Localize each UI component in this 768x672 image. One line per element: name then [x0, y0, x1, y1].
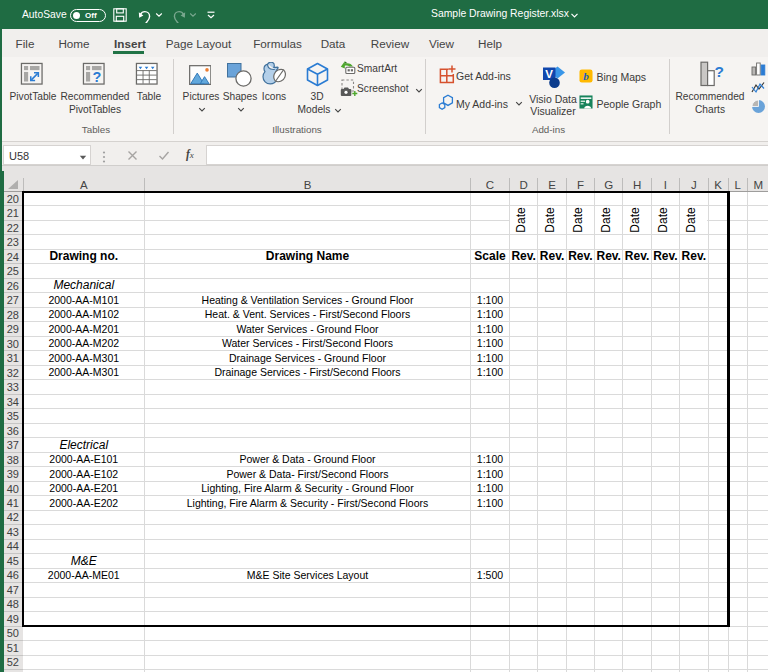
svg-text:b: b: [583, 69, 589, 81]
svg-text:?: ?: [92, 68, 101, 84]
svg-text:?: ?: [715, 63, 724, 80]
